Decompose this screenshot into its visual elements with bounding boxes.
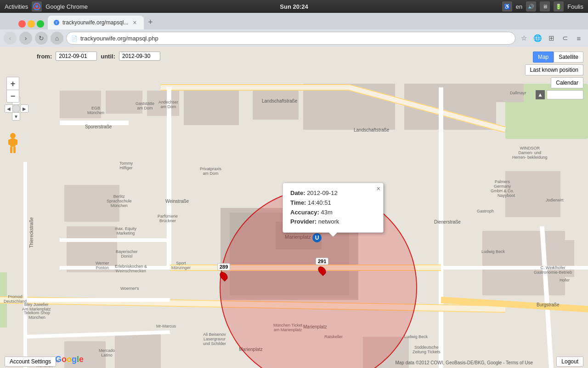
- zoom-out-btn[interactable]: −: [6, 90, 19, 103]
- svg-rect-24: [528, 240, 574, 277]
- popup-date-row: Date: 2012-09-12: [290, 189, 376, 198]
- pan-center-btn[interactable]: [12, 104, 20, 113]
- location-info-popup: × Date: 2012-09-12 Time: 14:40:51 Accura…: [283, 183, 384, 233]
- window-maximize-btn[interactable]: [37, 20, 44, 28]
- os-bar: Activities Google Chrome Sun 20:24 ♿ en …: [0, 0, 588, 13]
- bookmark-btn[interactable]: ☆: [518, 33, 529, 44]
- svg-rect-31: [13, 147, 16, 153]
- marker-label-289: 289: [217, 263, 230, 270]
- marker-pin-289: [218, 270, 229, 282]
- last-known-position-btn[interactable]: Last known position: [525, 64, 583, 75]
- google-logo: Google: [55, 355, 84, 364]
- playback-prev-btn[interactable]: ▲: [536, 90, 545, 99]
- from-date-input[interactable]: [56, 52, 97, 61]
- from-label: from:: [37, 53, 52, 60]
- svg-rect-18: [64, 185, 119, 222]
- date-range-bar: from: until:: [37, 52, 160, 61]
- bottom-bar: Account Settings Google Map data ©2012 C…: [0, 355, 588, 368]
- svg-point-26: [10, 133, 16, 138]
- svg-rect-10: [184, 88, 239, 125]
- svg-rect-9: [147, 91, 179, 116]
- tab-bar: T trackyourwife.org/mapsql... × +: [0, 13, 588, 29]
- back-btn[interactable]: ‹: [4, 32, 17, 45]
- svg-rect-14: [496, 84, 524, 102]
- popup-provider-row: Provider: network: [290, 217, 376, 227]
- chrome-icon: [32, 1, 42, 12]
- forward-btn[interactable]: ›: [19, 32, 32, 45]
- svg-rect-8: [106, 91, 142, 114]
- address-bar[interactable]: 📄: [66, 32, 515, 45]
- map-type-map-btn[interactable]: Map: [533, 52, 554, 63]
- os-bar-clock: Sun 20:24: [280, 3, 308, 10]
- page-icon: 📄: [71, 35, 78, 41]
- svg-rect-29: [14, 139, 17, 145]
- svg-rect-11: [253, 87, 299, 120]
- svg-rect-25: [505, 171, 560, 217]
- language-indicator: en: [516, 3, 522, 10]
- apps-btn[interactable]: ⊞: [546, 33, 557, 44]
- calendar-btn[interactable]: Calendar: [551, 77, 583, 88]
- marker-label-291: 291: [316, 258, 328, 265]
- browser-name: Google Chrome: [45, 3, 88, 10]
- until-label: until:: [101, 53, 115, 60]
- marker-pin-291: [317, 265, 328, 276]
- home-btn[interactable]: ⌂: [51, 32, 63, 45]
- pan-down-btn[interactable]: ▼: [12, 112, 20, 121]
- monitor-icon[interactable]: 🖥: [540, 1, 550, 12]
- os-bar-left: Activities Google Chrome: [5, 1, 88, 12]
- battery-icon[interactable]: 🔋: [554, 1, 564, 12]
- svg-text:T: T: [56, 21, 58, 25]
- svg-rect-19: [67, 226, 117, 272]
- map-marker-291[interactable]: 291: [316, 258, 328, 275]
- map-type-satellite-btn[interactable]: Satellite: [554, 52, 583, 63]
- window-close-btn[interactable]: [18, 20, 26, 28]
- popup-accuracy-row: Accuracy: 43m: [290, 208, 376, 218]
- tab-close-btn[interactable]: ×: [131, 19, 138, 26]
- playback-bar[interactable]: [547, 90, 583, 99]
- browser-frame: T trackyourwife.org/mapsql... × + ‹ › ↻ …: [0, 13, 588, 47]
- map-marker-289[interactable]: 289: [217, 263, 230, 281]
- menu-btn[interactable]: ≡: [573, 33, 584, 44]
- account-settings-btn[interactable]: Account Settings: [5, 356, 56, 367]
- translate-btn[interactable]: 🌐: [532, 33, 543, 44]
- new-tab-btn[interactable]: +: [144, 16, 157, 29]
- logout-btn[interactable]: Logout: [556, 356, 583, 367]
- tab-favicon: T: [53, 19, 60, 26]
- volume-icon[interactable]: 🔊: [526, 1, 536, 12]
- popup-time-row: Time: 14:40:51: [290, 198, 376, 208]
- svg-rect-28: [8, 139, 11, 145]
- address-bar-row: ‹ › ↻ ⌂ 📄 ☆ 🌐 ⊞ ⊂ ≡: [0, 29, 588, 47]
- reload-btn[interactable]: ↻: [35, 32, 48, 45]
- svg-rect-30: [10, 147, 12, 153]
- pan-right-btn[interactable]: ▶: [20, 104, 28, 113]
- browser-tab[interactable]: T trackyourwife.org/mapsql... ×: [48, 16, 144, 29]
- rss-btn[interactable]: ⊂: [560, 33, 571, 44]
- map-type-controls: Map Satellite: [533, 52, 583, 63]
- map-area[interactable]: from: until: ▲ ◀ ▶ ▼ + − Map Satellite L…: [0, 47, 588, 368]
- os-bar-right: ♿ en 🔊 🖥 🔋 Foulis: [502, 1, 583, 12]
- map-credits: Map data ©2012 COWI, GeoBasis-DE/BKG, Go…: [395, 360, 533, 365]
- popup-close-btn[interactable]: ×: [377, 185, 380, 192]
- user-name[interactable]: Foulis: [567, 3, 583, 10]
- playback-controls: ▲: [536, 90, 583, 99]
- zoom-in-btn[interactable]: +: [6, 77, 19, 90]
- svg-rect-7: [60, 91, 101, 118]
- zoom-controls: + −: [6, 77, 19, 103]
- window-minimize-btn[interactable]: [28, 20, 35, 28]
- until-date-input[interactable]: [119, 52, 160, 61]
- tab-title: trackyourwife.org/mapsql...: [62, 19, 128, 26]
- pegman-icon[interactable]: [6, 133, 20, 151]
- accessibility-icon[interactable]: ♿: [502, 1, 512, 12]
- url-input[interactable]: [80, 35, 510, 42]
- ubahn-marienplatz-icon: U: [312, 233, 322, 242]
- activities-label[interactable]: Activities: [5, 3, 28, 10]
